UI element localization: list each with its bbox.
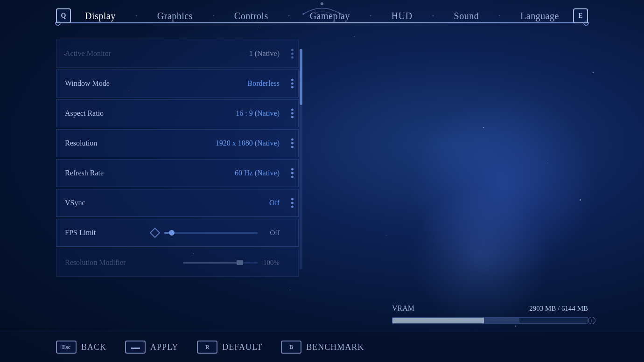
setting-fps-limit[interactable]: FPS Limit Off: [56, 219, 299, 247]
resolution-modifier-value: 100%: [263, 259, 280, 267]
sep-3: ·: [288, 11, 290, 21]
fps-limit-diamond-icon: [150, 228, 161, 238]
value-active-monitor: 1 (Native): [249, 49, 280, 58]
dot-top: [291, 109, 294, 111]
setting-active-monitor[interactable]: Active Monitor 1 (Native): [56, 40, 299, 68]
settings-panel: Active Monitor 1 (Native) Window Mode Bo…: [56, 40, 299, 278]
label-fps-limit: FPS Limit: [65, 229, 96, 237]
sep-6: ·: [498, 11, 501, 21]
resolution-modifier-slider-thumb[interactable]: [237, 260, 243, 265]
header-nav: Q Display · Graphics · Controls · Gamepl…: [0, 0, 644, 23]
benchmark-button[interactable]: B BENCHMARK: [281, 341, 364, 354]
fps-limit-slider-track[interactable]: [164, 232, 258, 234]
key-q-badge[interactable]: Q: [56, 8, 71, 23]
spinner-refresh-rate[interactable]: [291, 168, 294, 178]
scrollbar-track[interactable]: [300, 49, 302, 269]
dot-top: [291, 79, 294, 81]
resolution-modifier-slider-container: 100%: [126, 259, 280, 267]
sep-4: ·: [370, 11, 372, 21]
setting-window-mode[interactable]: Window Mode Borderless: [56, 70, 299, 97]
value-window-mode: Borderless: [248, 79, 280, 88]
tab-graphics[interactable]: Graphics: [153, 11, 197, 21]
setting-resolution[interactable]: Resolution 1920 x 1080 (Native): [56, 129, 299, 157]
value-refresh-rate: 60 Hz (Native): [235, 169, 280, 177]
label-resolution-modifier: Resolution Modifier: [65, 258, 126, 267]
tab-language[interactable]: Language: [516, 11, 564, 21]
dot-bot: [291, 116, 294, 118]
back-label: BACK: [81, 342, 106, 352]
dot-bot: [291, 176, 294, 178]
fps-limit-slider-container: Off: [96, 229, 280, 237]
right-panel: [317, 40, 588, 278]
value-vsync: Off: [269, 199, 280, 207]
default-key-badge: R: [197, 341, 217, 354]
spinner-active-monitor[interactable]: [291, 49, 294, 59]
nav-tabs: Display · Graphics · Controls · Gameplay…: [71, 11, 573, 21]
dot-top: [291, 49, 294, 51]
spinner-resolution[interactable]: [291, 139, 294, 148]
footer: Esc BACK ▬▬ APPLY R DEFAULT B BENCHMARK: [0, 332, 644, 362]
back-button[interactable]: Esc BACK: [56, 341, 106, 354]
dot-mid: [291, 142, 294, 145]
back-key-badge: Esc: [56, 341, 77, 354]
apply-label: APPLY: [150, 342, 178, 352]
label-resolution: Resolution: [65, 139, 97, 147]
label-aspect-ratio: Aspect Ratio: [65, 109, 104, 118]
tab-gameplay[interactable]: Gameplay: [305, 11, 355, 21]
dot-top: [291, 139, 294, 141]
spinner-vsync[interactable]: [291, 198, 294, 208]
main-content: Active Monitor 1 (Native) Window Mode Bo…: [0, 30, 644, 278]
sep-1: ·: [135, 11, 138, 21]
settings-list: Active Monitor 1 (Native) Window Mode Bo…: [56, 40, 299, 278]
default-label: DEFAULT: [222, 342, 262, 352]
label-vsync: VSync: [65, 199, 85, 207]
dot-top: [291, 198, 294, 201]
tab-sound[interactable]: Sound: [449, 11, 484, 21]
setting-resolution-modifier[interactable]: Resolution Modifier 100%: [56, 249, 299, 277]
setting-refresh-rate[interactable]: Refresh Rate 60 Hz (Native): [56, 159, 299, 187]
key-e-badge[interactable]: E: [573, 8, 588, 23]
setting-aspect-ratio[interactable]: Aspect Ratio 16 : 9 (Native): [56, 99, 299, 127]
apply-key-badge: ▬▬: [125, 341, 146, 354]
tab-display[interactable]: Display: [80, 11, 120, 21]
resolution-modifier-slider-fill: [183, 262, 239, 264]
dot-mid: [291, 53, 294, 55]
dot-mid: [291, 83, 294, 85]
sep-5: ·: [432, 11, 434, 21]
benchmark-key-badge: B: [281, 341, 301, 354]
dot-mid: [291, 172, 294, 174]
dot-mid: [291, 202, 294, 204]
dot-top: [291, 168, 294, 171]
default-button[interactable]: R DEFAULT: [197, 341, 262, 354]
tab-controls[interactable]: Controls: [230, 11, 273, 21]
value-aspect-ratio: 16 : 9 (Native): [236, 109, 280, 118]
label-active-monitor: Active Monitor: [65, 49, 111, 58]
scrollbar-thumb[interactable]: [300, 49, 302, 105]
dot-mid: [291, 112, 294, 115]
label-window-mode: Window Mode: [65, 79, 110, 88]
tab-hud[interactable]: HUD: [387, 11, 417, 21]
value-resolution: 1920 x 1080 (Native): [216, 139, 280, 147]
setting-vsync[interactable]: VSync Off: [56, 189, 299, 217]
label-refresh-rate: Refresh Rate: [65, 169, 104, 177]
benchmark-label: BENCHMARK: [306, 342, 364, 352]
spinner-window-mode[interactable]: [291, 79, 294, 89]
dot-bot: [291, 206, 294, 208]
sep-2: ·: [212, 11, 215, 21]
fps-limit-value: Off: [263, 229, 280, 237]
dot-bot: [291, 56, 294, 59]
fps-limit-slider-thumb[interactable]: [169, 230, 175, 236]
spinner-aspect-ratio[interactable]: [291, 109, 294, 118]
apply-button[interactable]: ▬▬ APPLY: [125, 341, 178, 354]
resolution-modifier-slider-track[interactable]: [183, 262, 258, 264]
dot-bot: [291, 146, 294, 148]
dot-bot: [291, 86, 294, 89]
fps-limit-slider-fill: [164, 232, 169, 234]
